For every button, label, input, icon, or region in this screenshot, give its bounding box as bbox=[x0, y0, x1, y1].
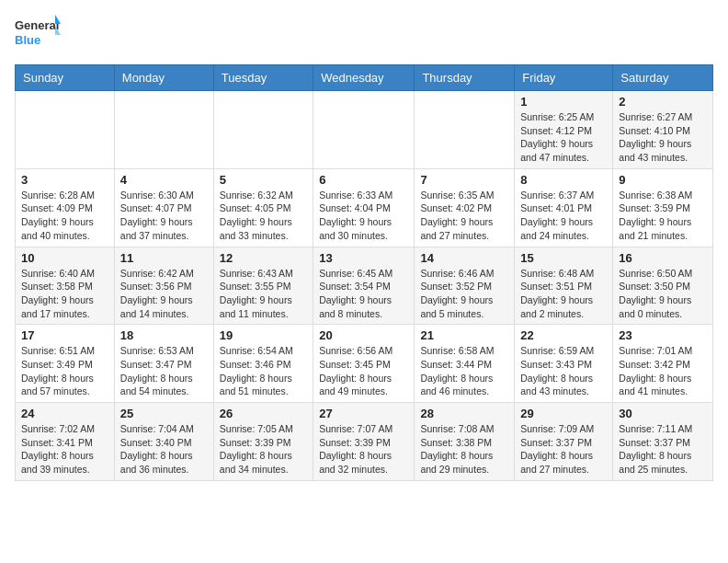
day-info: Sunrise: 6:25 AM Sunset: 4:12 PM Dayligh… bbox=[520, 110, 607, 165]
day-info: Sunrise: 7:09 AM Sunset: 3:37 PM Dayligh… bbox=[520, 422, 607, 477]
day-info: Sunrise: 7:08 AM Sunset: 3:38 PM Dayligh… bbox=[420, 422, 508, 477]
calendar-cell: 11Sunrise: 6:42 AM Sunset: 3:56 PM Dayli… bbox=[114, 247, 213, 325]
day-number: 2 bbox=[619, 95, 707, 109]
calendar-cell: 26Sunrise: 7:05 AM Sunset: 3:39 PM Dayli… bbox=[213, 403, 313, 481]
calendar-cell: 6Sunrise: 6:33 AM Sunset: 4:04 PM Daylig… bbox=[313, 168, 415, 247]
day-number: 10 bbox=[21, 251, 108, 265]
weekday-header-saturday: Saturday bbox=[613, 65, 713, 91]
calendar-cell: 10Sunrise: 6:40 AM Sunset: 3:58 PM Dayli… bbox=[16, 247, 115, 325]
calendar-cell: 22Sunrise: 6:59 AM Sunset: 3:43 PM Dayli… bbox=[515, 325, 613, 403]
calendar-cell: 4Sunrise: 6:30 AM Sunset: 4:07 PM Daylig… bbox=[114, 168, 213, 247]
day-number: 19 bbox=[220, 328, 307, 342]
day-number: 24 bbox=[21, 407, 108, 420]
calendar-week-5: 24Sunrise: 7:02 AM Sunset: 3:41 PM Dayli… bbox=[16, 403, 713, 481]
page-header: General Blue bbox=[15, 15, 713, 53]
calendar-cell bbox=[213, 91, 313, 169]
calendar-week-4: 17Sunrise: 6:51 AM Sunset: 3:49 PM Dayli… bbox=[16, 325, 713, 403]
day-info: Sunrise: 6:50 AM Sunset: 3:50 PM Dayligh… bbox=[619, 267, 707, 321]
day-number: 5 bbox=[220, 173, 307, 187]
day-info: Sunrise: 6:59 AM Sunset: 3:43 PM Dayligh… bbox=[520, 344, 607, 398]
day-info: Sunrise: 6:45 AM Sunset: 3:54 PM Dayligh… bbox=[319, 267, 408, 321]
calendar-week-1: 1Sunrise: 6:25 AM Sunset: 4:12 PM Daylig… bbox=[16, 91, 713, 169]
calendar-cell: 13Sunrise: 6:45 AM Sunset: 3:54 PM Dayli… bbox=[313, 247, 415, 325]
day-number: 6 bbox=[319, 173, 408, 187]
weekday-header-tuesday: Tuesday bbox=[213, 65, 313, 91]
day-info: Sunrise: 7:11 AM Sunset: 3:37 PM Dayligh… bbox=[619, 422, 707, 477]
calendar-week-3: 10Sunrise: 6:40 AM Sunset: 3:58 PM Dayli… bbox=[16, 247, 713, 325]
logo-svg: General Blue bbox=[15, 15, 61, 53]
day-number: 12 bbox=[220, 251, 307, 265]
calendar-cell: 7Sunrise: 6:35 AM Sunset: 4:02 PM Daylig… bbox=[415, 168, 515, 247]
calendar-body: 1Sunrise: 6:25 AM Sunset: 4:12 PM Daylig… bbox=[16, 91, 713, 481]
day-info: Sunrise: 6:54 AM Sunset: 3:46 PM Dayligh… bbox=[220, 344, 307, 398]
calendar-cell: 12Sunrise: 6:43 AM Sunset: 3:55 PM Dayli… bbox=[213, 247, 313, 325]
day-info: Sunrise: 6:56 AM Sunset: 3:45 PM Dayligh… bbox=[319, 344, 408, 398]
day-info: Sunrise: 6:33 AM Sunset: 4:04 PM Dayligh… bbox=[319, 189, 408, 243]
calendar-cell: 28Sunrise: 7:08 AM Sunset: 3:38 PM Dayli… bbox=[415, 403, 515, 481]
day-info: Sunrise: 6:32 AM Sunset: 4:05 PM Dayligh… bbox=[220, 189, 307, 243]
day-info: Sunrise: 6:30 AM Sunset: 4:07 PM Dayligh… bbox=[120, 189, 208, 243]
day-info: Sunrise: 6:37 AM Sunset: 4:01 PM Dayligh… bbox=[520, 189, 607, 243]
day-number: 9 bbox=[619, 173, 707, 187]
weekday-row: SundayMondayTuesdayWednesdayThursdayFrid… bbox=[16, 65, 713, 91]
calendar-week-2: 3Sunrise: 6:28 AM Sunset: 4:09 PM Daylig… bbox=[16, 168, 713, 247]
day-number: 26 bbox=[220, 407, 307, 420]
day-number: 8 bbox=[520, 173, 607, 187]
day-number: 11 bbox=[120, 251, 208, 265]
calendar-cell bbox=[415, 91, 515, 169]
calendar-cell bbox=[16, 91, 115, 169]
calendar-cell: 30Sunrise: 7:11 AM Sunset: 3:37 PM Dayli… bbox=[613, 403, 713, 481]
calendar-cell: 21Sunrise: 6:58 AM Sunset: 3:44 PM Dayli… bbox=[415, 325, 515, 403]
weekday-header-sunday: Sunday bbox=[16, 65, 115, 91]
calendar-cell: 2Sunrise: 6:27 AM Sunset: 4:10 PM Daylig… bbox=[613, 91, 713, 169]
day-info: Sunrise: 6:58 AM Sunset: 3:44 PM Dayligh… bbox=[420, 344, 508, 398]
svg-text:General: General bbox=[15, 18, 59, 32]
day-info: Sunrise: 6:40 AM Sunset: 3:58 PM Dayligh… bbox=[21, 267, 108, 321]
day-number: 17 bbox=[21, 328, 108, 342]
day-number: 28 bbox=[420, 407, 508, 420]
calendar-cell: 19Sunrise: 6:54 AM Sunset: 3:46 PM Dayli… bbox=[213, 325, 313, 403]
day-info: Sunrise: 6:48 AM Sunset: 3:51 PM Dayligh… bbox=[520, 267, 607, 321]
day-number: 18 bbox=[120, 328, 208, 342]
day-number: 14 bbox=[420, 251, 508, 265]
calendar-table: SundayMondayTuesdayWednesdayThursdayFrid… bbox=[15, 64, 713, 481]
calendar-cell: 27Sunrise: 7:07 AM Sunset: 3:39 PM Dayli… bbox=[313, 403, 415, 481]
calendar-cell: 15Sunrise: 6:48 AM Sunset: 3:51 PM Dayli… bbox=[515, 247, 613, 325]
day-number: 30 bbox=[619, 407, 707, 420]
day-number: 13 bbox=[319, 251, 408, 265]
calendar-cell: 9Sunrise: 6:38 AM Sunset: 3:59 PM Daylig… bbox=[613, 168, 713, 247]
svg-marker-2 bbox=[55, 15, 61, 24]
day-number: 21 bbox=[420, 328, 508, 342]
day-info: Sunrise: 6:28 AM Sunset: 4:09 PM Dayligh… bbox=[21, 189, 108, 243]
day-number: 23 bbox=[619, 328, 707, 342]
calendar-header: SundayMondayTuesdayWednesdayThursdayFrid… bbox=[16, 65, 713, 91]
day-info: Sunrise: 6:42 AM Sunset: 3:56 PM Dayligh… bbox=[120, 267, 208, 321]
svg-text:Blue: Blue bbox=[15, 33, 40, 47]
day-info: Sunrise: 7:04 AM Sunset: 3:40 PM Dayligh… bbox=[120, 422, 208, 477]
calendar-cell: 3Sunrise: 6:28 AM Sunset: 4:09 PM Daylig… bbox=[16, 168, 115, 247]
weekday-header-monday: Monday bbox=[114, 65, 213, 91]
calendar-cell: 24Sunrise: 7:02 AM Sunset: 3:41 PM Dayli… bbox=[16, 403, 115, 481]
day-number: 15 bbox=[520, 251, 607, 265]
calendar-cell: 25Sunrise: 7:04 AM Sunset: 3:40 PM Dayli… bbox=[114, 403, 213, 481]
calendar-cell: 16Sunrise: 6:50 AM Sunset: 3:50 PM Dayli… bbox=[613, 247, 713, 325]
day-number: 20 bbox=[319, 328, 408, 342]
calendar-cell: 1Sunrise: 6:25 AM Sunset: 4:12 PM Daylig… bbox=[515, 91, 613, 169]
day-info: Sunrise: 6:35 AM Sunset: 4:02 PM Dayligh… bbox=[420, 189, 508, 243]
day-info: Sunrise: 6:27 AM Sunset: 4:10 PM Dayligh… bbox=[619, 110, 707, 165]
day-info: Sunrise: 6:46 AM Sunset: 3:52 PM Dayligh… bbox=[420, 267, 508, 321]
day-number: 4 bbox=[120, 173, 208, 187]
weekday-header-thursday: Thursday bbox=[415, 65, 515, 91]
day-number: 22 bbox=[520, 328, 607, 342]
day-info: Sunrise: 7:05 AM Sunset: 3:39 PM Dayligh… bbox=[220, 422, 307, 477]
calendar-cell: 20Sunrise: 6:56 AM Sunset: 3:45 PM Dayli… bbox=[313, 325, 415, 403]
day-number: 7 bbox=[420, 173, 508, 187]
calendar-cell: 18Sunrise: 6:53 AM Sunset: 3:47 PM Dayli… bbox=[114, 325, 213, 403]
calendar-cell bbox=[114, 91, 213, 169]
day-number: 29 bbox=[520, 407, 607, 420]
day-number: 1 bbox=[520, 95, 607, 109]
calendar-cell bbox=[313, 91, 415, 169]
calendar-cell: 17Sunrise: 6:51 AM Sunset: 3:49 PM Dayli… bbox=[16, 325, 115, 403]
day-number: 16 bbox=[619, 251, 707, 265]
day-number: 25 bbox=[120, 407, 208, 420]
